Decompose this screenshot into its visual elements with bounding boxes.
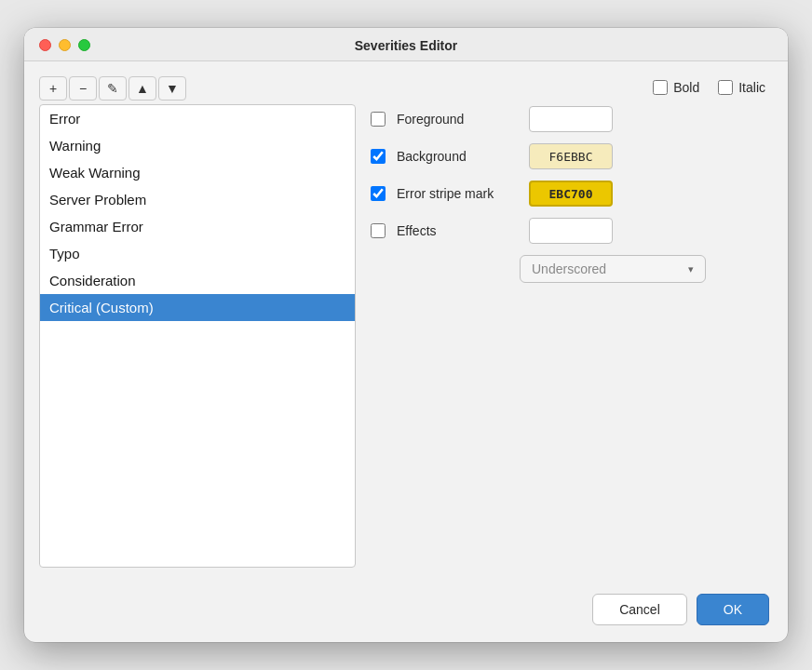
minimize-button[interactable] <box>59 39 71 51</box>
effects-row: Effects <box>371 218 773 244</box>
main-content: + − ✎ ▲ ▼ Error Warning Weak Warning Ser… <box>24 61 788 583</box>
style-options-row: Bold Italic <box>371 80 773 95</box>
list-item[interactable]: Grammar Error <box>40 213 355 240</box>
list-item[interactable]: Typo <box>40 240 355 267</box>
error-stripe-color-input[interactable]: EBC700 <box>529 181 613 207</box>
effects-dropdown-row: Underscored ▾ <box>371 255 773 283</box>
ok-button[interactable]: OK <box>697 594 769 625</box>
background-checkbox[interactable] <box>371 149 386 164</box>
error-stripe-checkbox[interactable] <box>371 186 386 201</box>
foreground-color-input[interactable] <box>529 106 613 132</box>
background-row: Background F6EBBC <box>371 143 773 169</box>
effects-label: Effects <box>397 223 518 238</box>
left-panel: + − ✎ ▲ ▼ Error Warning Weak Warning Ser… <box>39 76 356 568</box>
error-stripe-row: Error stripe mark EBC700 <box>371 181 773 207</box>
background-color-input[interactable]: F6EBBC <box>529 143 613 169</box>
effects-checkbox[interactable] <box>371 223 386 238</box>
window-title: Severities Editor <box>355 38 458 53</box>
maximize-button[interactable] <box>78 39 90 51</box>
list-item[interactable]: Server Problem <box>40 186 355 213</box>
foreground-label: Foreground <box>397 112 518 127</box>
bold-checkbox[interactable] <box>653 80 668 95</box>
list-item[interactable]: Weak Warning <box>40 159 355 186</box>
background-label: Background <box>397 149 518 164</box>
list-item-selected[interactable]: Critical (Custom) <box>40 294 355 321</box>
remove-severity-button[interactable]: − <box>69 76 97 100</box>
severity-list: Error Warning Weak Warning Server Proble… <box>39 104 356 568</box>
close-button[interactable] <box>39 39 51 51</box>
edit-severity-button[interactable]: ✎ <box>99 76 127 100</box>
list-item[interactable]: Error <box>40 105 355 132</box>
bold-label: Bold <box>673 80 699 95</box>
right-panel: Bold Italic Foreground Background F6EBBC <box>371 76 773 568</box>
titlebar: Severities Editor <box>24 28 788 61</box>
list-toolbar: + − ✎ ▲ ▼ <box>39 76 356 100</box>
footer: Cancel OK <box>24 583 788 642</box>
effects-color-input[interactable] <box>529 218 613 244</box>
foreground-row: Foreground <box>371 106 773 132</box>
italic-checkbox[interactable] <box>718 80 733 95</box>
effects-dropdown[interactable]: Underscored ▾ <box>520 255 706 283</box>
bold-checkbox-label[interactable]: Bold <box>653 80 699 95</box>
move-down-button[interactable]: ▼ <box>158 76 186 100</box>
chevron-down-icon: ▾ <box>688 263 694 275</box>
traffic-lights <box>39 39 90 51</box>
move-up-button[interactable]: ▲ <box>129 76 156 100</box>
severities-editor-window: Severities Editor + − ✎ ▲ ▼ Error Warnin… <box>24 28 788 642</box>
error-stripe-label: Error stripe mark <box>397 186 518 201</box>
italic-checkbox-label[interactable]: Italic <box>718 80 765 95</box>
add-severity-button[interactable]: + <box>39 76 67 100</box>
italic-label: Italic <box>738 80 765 95</box>
list-item[interactable]: Consideration <box>40 267 355 294</box>
cancel-button[interactable]: Cancel <box>592 594 687 625</box>
foreground-checkbox[interactable] <box>371 112 386 127</box>
list-item[interactable]: Warning <box>40 132 355 159</box>
effects-dropdown-value: Underscored <box>532 261 606 276</box>
